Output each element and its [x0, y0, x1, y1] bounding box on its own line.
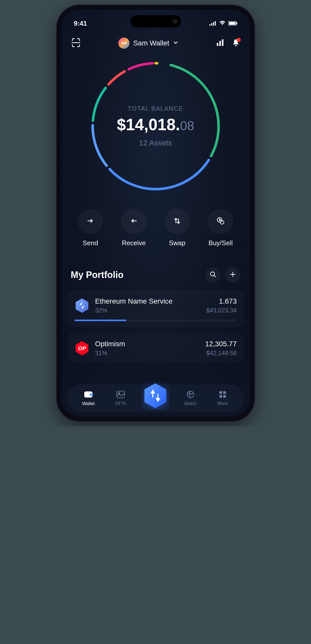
svg-rect-9 [222, 39, 223, 46]
svg-rect-33 [219, 391, 222, 394]
svg-point-18 [220, 221, 224, 224]
svg-rect-34 [223, 391, 226, 394]
tab-label: Web3 [184, 401, 196, 406]
search-icon [209, 271, 217, 279]
svg-point-28 [118, 393, 120, 394]
swap-icon [173, 217, 181, 226]
swap-label: Swap [169, 239, 185, 247]
svg-rect-2 [213, 22, 214, 26]
tab-web3[interactable]: Web3 [179, 390, 202, 406]
tab-label: Wallet [82, 401, 94, 406]
balance-display: TOTAL BALANCE $14,018.08 12 Assets [117, 105, 194, 147]
phone-frame: 9:41 SW Sam Walle [57, 5, 255, 421]
wifi-icon [219, 20, 226, 27]
swap-button[interactable]: Swap [165, 209, 190, 247]
tab-nfts[interactable]: NFTs [109, 391, 132, 406]
svg-rect-6 [237, 22, 237, 24]
wallet-icon [84, 390, 93, 400]
battery-icon [228, 20, 237, 27]
asset-usd: $43,023.34 [206, 307, 237, 314]
svg-rect-1 [211, 23, 212, 26]
balance-label: TOTAL BALANCE [117, 105, 194, 112]
svg-rect-35 [219, 395, 222, 398]
grid-icon [219, 391, 226, 399]
plus-icon [230, 271, 236, 279]
send-label: Send [83, 239, 98, 247]
svg-point-26 [91, 394, 92, 395]
wallet-name: Sam Wallet [133, 39, 169, 47]
tab-center-action[interactable] [141, 382, 169, 410]
svg-marker-21 [76, 299, 88, 313]
asset-amount: 1.673 [206, 297, 237, 305]
svg-rect-0 [209, 24, 210, 26]
svg-rect-3 [215, 21, 216, 26]
phone-screen: 9:41 SW Sam Walle [61, 10, 250, 417]
notch [130, 15, 181, 27]
svg-rect-8 [219, 41, 221, 46]
globe-icon [186, 390, 194, 400]
buysell-label: Buy/Sell [208, 239, 233, 247]
wallet-selector[interactable]: SW Sam Wallet [118, 38, 178, 49]
balance-amount: $14,018.08 [117, 115, 194, 134]
tab-more[interactable]: More [211, 391, 234, 406]
asset-progress [74, 320, 237, 321]
notifications-button[interactable] [232, 38, 240, 48]
receive-button[interactable]: Receive [121, 209, 146, 247]
svg-rect-36 [223, 395, 226, 398]
signal-icon [209, 20, 217, 27]
app-header: SW Sam Wallet [61, 30, 250, 54]
tab-bar: Wallet NFTs Web3 More [67, 384, 244, 412]
add-button[interactable] [225, 267, 240, 283]
optimism-icon: OP [74, 341, 90, 356]
portfolio-title: My Portfolio [71, 270, 124, 280]
arrow-left-icon [130, 217, 138, 226]
receive-label: Receive [122, 239, 146, 247]
svg-rect-7 [217, 43, 218, 46]
asset-card-op[interactable]: OP Optimism 31% 12,305.77 $42,149.56 [67, 333, 244, 363]
asset-pct: 31% [95, 350, 200, 357]
balance-chart[interactable]: TOTAL BALANCE $14,018.08 12 Assets [61, 59, 250, 193]
asset-name: Optimism [95, 340, 200, 348]
arrow-right-icon [86, 217, 94, 226]
buysell-button[interactable]: Buy/Sell [208, 209, 233, 247]
tab-label: NFTs [115, 401, 126, 406]
status-time: 9:41 [74, 20, 87, 27]
asset-amount: 12,305.77 [205, 340, 237, 348]
tab-label: More [217, 401, 228, 406]
coins-icon [216, 217, 225, 226]
asset-name: Ethereum Name Service [95, 297, 201, 305]
asset-pct: 32% [95, 307, 201, 314]
asset-card-ens[interactable]: Ethereum Name Service 32% 1.673 $43,023.… [67, 290, 244, 327]
status-indicators [209, 20, 237, 27]
svg-text:OP: OP [78, 345, 86, 352]
assets-count: 12 Assets [117, 139, 194, 147]
search-button[interactable] [205, 267, 221, 283]
scan-button[interactable] [71, 38, 81, 49]
svg-rect-27 [117, 391, 124, 398]
tab-wallet[interactable]: Wallet [77, 390, 100, 406]
svg-marker-29 [144, 383, 166, 408]
svg-rect-5 [229, 22, 236, 25]
ens-icon [74, 298, 90, 313]
action-row: Send Receive Swap Buy/Sell [61, 193, 250, 255]
wallet-avatar: SW [118, 38, 129, 49]
portfolio-header: My Portfolio [61, 255, 250, 290]
chevron-down-icon [173, 40, 178, 46]
stats-button[interactable] [216, 38, 224, 48]
asset-usd: $42,149.56 [205, 350, 237, 357]
image-icon [116, 391, 125, 399]
send-button[interactable]: Send [78, 209, 103, 247]
